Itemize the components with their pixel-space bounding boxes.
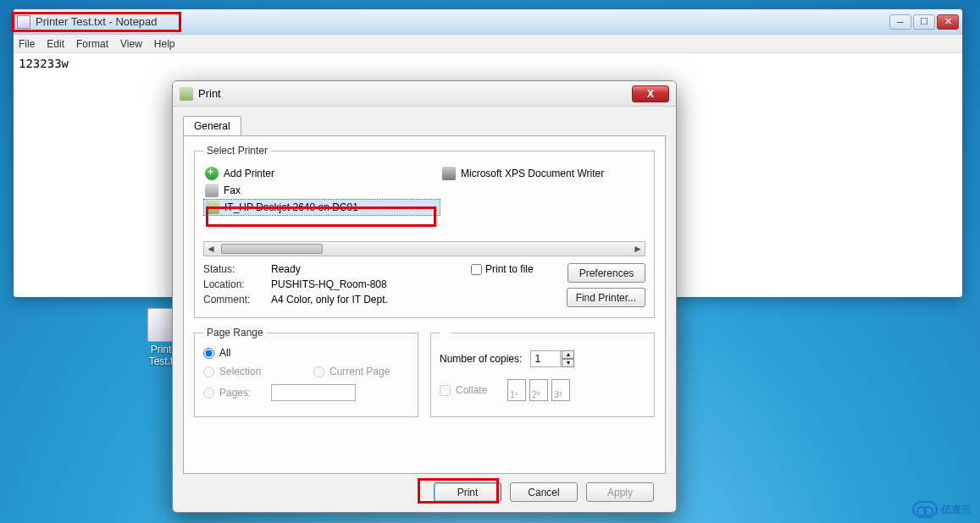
notepad-icon [17, 15, 30, 29]
select-printer-legend: Select Printer [203, 145, 271, 157]
print-dialog-titlebar[interactable]: Print X [173, 81, 676, 107]
printer-xps-label: Microsoft XPS Document Writer [461, 168, 604, 179]
watermark-icon [912, 501, 938, 518]
radio-current-row: Current Page [313, 366, 390, 377]
scroll-thumb[interactable] [221, 244, 323, 254]
location-value: PUSHITS-HQ_Room-808 [271, 278, 387, 290]
copies-label: Number of copies: [440, 353, 522, 365]
add-printer-icon [205, 167, 219, 180]
printer-selected[interactable]: IT_HP Deskjet 2640 on DC01 [203, 199, 440, 216]
notepad-menubar: File Edit Format View Help [14, 35, 962, 53]
printer-fax-label: Fax [224, 184, 241, 196]
printer-icon [180, 87, 193, 101]
menu-view[interactable]: View [120, 38, 142, 50]
radio-selection [203, 366, 214, 377]
printer-icon [206, 201, 219, 214]
print-dialog: Print X General Select Printer Add Print… [172, 80, 677, 513]
fax-icon [205, 184, 219, 197]
watermark-text: 亿速云 [941, 503, 972, 517]
menu-file[interactable]: File [19, 38, 35, 50]
file-icon [147, 308, 174, 342]
radio-all-row[interactable]: All [203, 347, 409, 359]
menu-help[interactable]: Help [154, 38, 175, 50]
xps-icon [442, 167, 456, 180]
preferences-button[interactable]: Preferences [568, 263, 645, 283]
print-button[interactable]: Print [434, 482, 501, 502]
collate-label: Collate [456, 384, 487, 396]
menu-format[interactable]: Format [76, 38, 108, 50]
radio-all[interactable] [203, 348, 214, 359]
printer-list-scrollbar[interactable]: ◄ ► [203, 241, 645, 256]
print-to-file-checkbox[interactable] [471, 264, 482, 275]
radio-current [313, 366, 324, 377]
status-label: Status: [203, 263, 271, 275]
select-printer-group: Select Printer Add Printer Fax [194, 145, 655, 318]
notepad-text-area[interactable]: 123233w [14, 53, 962, 74]
menu-edit[interactable]: Edit [47, 38, 64, 50]
collate-illustration: 1¹ 2² 3³ [507, 379, 570, 401]
collate-page-icon: 2² [529, 379, 548, 401]
apply-button[interactable]: Apply [586, 482, 654, 502]
comment-label: Comment: [203, 294, 271, 306]
spin-down-icon[interactable]: ▼ [562, 359, 574, 367]
radio-selection-label: Selection [219, 366, 261, 377]
collate-page-icon: 3³ [551, 379, 570, 401]
printer-selected-label: IT_HP Deskjet 2640 on DC01 [224, 201, 358, 213]
collate-option: Collate 1¹ 2² 3³ [440, 379, 645, 401]
comment-value: A4 Color, only for IT Dept. [271, 294, 388, 306]
cancel-button[interactable]: Cancel [510, 482, 578, 502]
watermark: 亿速云 [912, 501, 972, 518]
location-label: Location: [203, 278, 271, 290]
collate-page-icon: 1¹ [507, 379, 526, 401]
pages-input [271, 384, 356, 401]
close-button[interactable]: ✕ [937, 14, 959, 30]
copies-spinner[interactable]: ▲ ▼ [530, 350, 574, 367]
radio-pages-label: Pages: [219, 387, 251, 399]
page-range-legend: Page Range [203, 327, 267, 339]
scroll-left-icon[interactable]: ◄ [204, 243, 218, 255]
radio-selection-row: Selection [203, 366, 313, 377]
page-range-group: Page Range All Selection Current Page [194, 327, 418, 417]
printer-add-label: Add Printer [224, 168, 274, 179]
tab-general[interactable]: General [183, 116, 241, 135]
minimize-button[interactable]: ─ [889, 14, 911, 30]
radio-pages [203, 388, 214, 399]
radio-all-label: All [219, 347, 230, 359]
scroll-right-icon[interactable]: ► [631, 243, 645, 255]
radio-current-label: Current Page [329, 366, 390, 377]
printer-add[interactable]: Add Printer [203, 165, 440, 182]
print-dialog-title: Print [198, 87, 632, 100]
print-to-file-option[interactable]: Print to file [471, 263, 534, 275]
copies-input[interactable] [530, 350, 561, 367]
copies-group: c Number of copies: ▲ ▼ Col [430, 327, 655, 417]
printer-list[interactable]: Add Printer Fax IT_HP Deskjet 2640 on DC… [203, 165, 645, 241]
collate-checkbox [440, 385, 451, 396]
dialog-close-button[interactable]: X [632, 85, 669, 102]
print-to-file-label: Print to file [485, 263, 534, 275]
spin-up-icon[interactable]: ▲ [562, 350, 574, 359]
notepad-title: Printer Test.txt - Notepad [36, 15, 889, 28]
find-printer-button[interactable]: Find Printer... [567, 288, 645, 307]
radio-pages-row: Pages: [203, 384, 409, 401]
printer-xps[interactable]: Microsoft XPS Document Writer [440, 165, 645, 182]
maximize-button[interactable]: ☐ [913, 14, 935, 30]
status-value: Ready [271, 263, 301, 275]
printer-fax[interactable]: Fax [203, 182, 440, 199]
notepad-titlebar[interactable]: Printer Test.txt - Notepad ─ ☐ ✕ [14, 9, 962, 35]
